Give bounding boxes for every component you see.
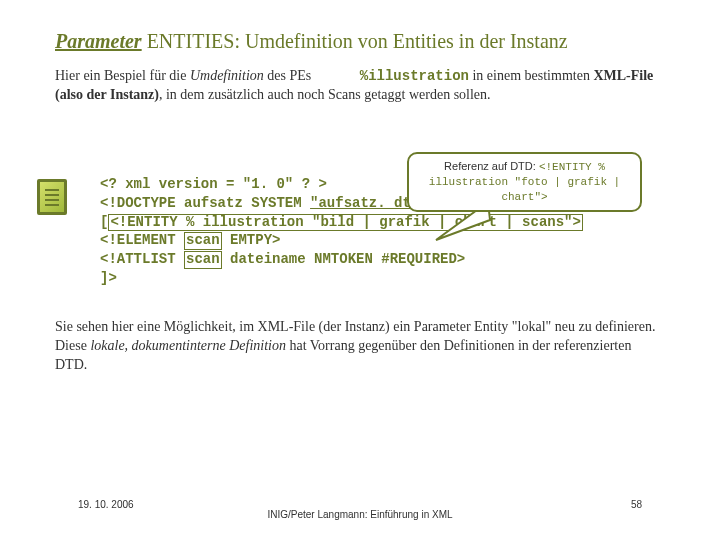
code-line3a: [	[100, 214, 108, 230]
code-entity-box: <!ENTITY % illustration "bild | grafik |…	[108, 214, 582, 231]
code-line4a: <!ELEMENT	[100, 232, 184, 248]
callout-label: Referenz auf DTD:	[444, 160, 539, 172]
code-line5c: dateiname NMTOKEN #REQUIRED>	[222, 251, 466, 267]
title-lead: Parameter	[55, 30, 142, 52]
intro-paragraph: Hier ein Bespiel für die Umdefinition de…	[55, 67, 665, 105]
intro-t5: in einem bestimmten	[469, 68, 593, 83]
intro-t1: Hier ein Bespiel für die	[55, 68, 190, 83]
code-line2a: <!DOCTYPE aufsatz SYSTEM	[100, 195, 310, 211]
title-rest: ENTITIES: Umdefinition von Entities in d…	[142, 30, 568, 52]
document-icon	[37, 179, 67, 215]
code-line1: <? xml version = "1. 0" ? >	[100, 176, 327, 192]
footer-page: 58	[631, 499, 642, 510]
code-line5a: <!ATTLIST	[100, 251, 184, 267]
intro-t7: , in dem zusätzlich auch noch Scans geta…	[159, 87, 491, 102]
outro-italic: lokale, dokumentinterne Definition	[90, 338, 286, 353]
code-line4c: EMTPY>	[222, 232, 281, 248]
code-line6: ]>	[100, 270, 117, 286]
intro-t3: des PEs	[264, 68, 315, 83]
outro-paragraph: Sie sehen hier eine Möglichkeit, im XML-…	[55, 318, 665, 375]
code-scan-box2: scan	[184, 251, 222, 268]
intro-code-pe: %illustration	[360, 68, 469, 84]
slide-title: Parameter ENTITIES: Umdefinition von Ent…	[55, 30, 665, 53]
footer-center: INIG/Peter Langmann: Einführung in XML	[0, 509, 720, 520]
code-scan-box1: scan	[184, 232, 222, 249]
callout-box: Referenz auf DTD: <!ENTITY % illustratio…	[407, 152, 642, 212]
intro-italic: Umdefinition	[190, 68, 264, 83]
